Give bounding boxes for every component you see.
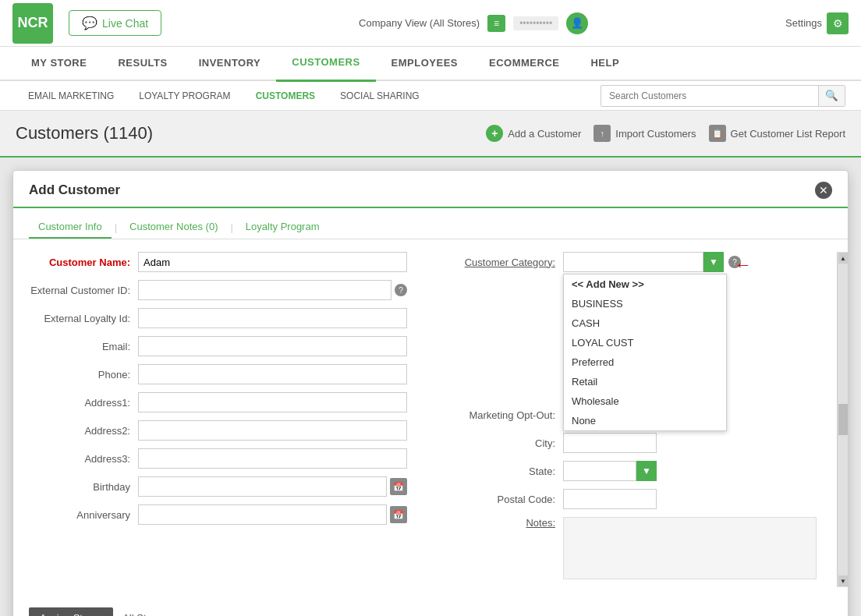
label-anniversary: Anniversary xyxy=(29,509,138,521)
input-city[interactable] xyxy=(563,433,657,453)
label-external-loyalty-id: External Loyalty Id: xyxy=(29,313,138,324)
import-customers-label: Import Customers xyxy=(615,128,696,140)
category-wrapper: ▼ ? << Add New >> BUSINESS CASH LOYAL CU… xyxy=(563,252,741,272)
add-customer-button[interactable]: + Add a Customer xyxy=(486,125,581,142)
field-address2: Address2: xyxy=(29,420,407,441)
add-customer-dialog: Add Customer ✕ Customer Info | Customer … xyxy=(12,170,849,616)
scrollbar[interactable]: ▲ ▼ xyxy=(837,252,848,587)
dropdown-item-business[interactable]: BUSINESS xyxy=(564,294,726,313)
field-state: State: ▼ xyxy=(438,461,817,481)
input-external-customer-id[interactable] xyxy=(138,280,392,300)
calendar-icon-anniversary[interactable]: 📅 xyxy=(390,506,407,523)
category-dropdown: << Add New >> BUSINESS CASH LOYAL CUST P… xyxy=(563,274,727,431)
dropdown-item-wholesale[interactable]: Wholesale xyxy=(564,391,726,411)
nav-my-store[interactable]: MY STORE xyxy=(16,46,102,80)
form-left: Customer Name: External Customer ID: ? E… xyxy=(29,252,407,587)
dropdown-item-none[interactable]: None xyxy=(564,411,726,430)
dropdown-item-preferred[interactable]: Preferred xyxy=(564,352,726,372)
label-customer-name: Customer Name: xyxy=(29,257,138,268)
label-notes: Notes: xyxy=(438,517,563,529)
get-report-label: Get Customer List Report xyxy=(731,128,845,140)
dropdown-item-cash[interactable]: CASH xyxy=(564,313,726,333)
dialog-close-button[interactable]: ✕ xyxy=(815,182,832,199)
notes-area[interactable] xyxy=(563,517,817,579)
get-report-button[interactable]: 📋 Get Customer List Report xyxy=(709,125,845,142)
input-phone[interactable] xyxy=(138,364,407,384)
tab-loyalty-program[interactable]: Loyalty Program xyxy=(236,216,329,239)
nav-results[interactable]: RESULTS xyxy=(102,46,182,80)
tab-customer-info[interactable]: Customer Info xyxy=(29,216,112,239)
sub-nav: EMAIL MARKETING LOYALTY PROGRAM CUSTOMER… xyxy=(0,81,861,111)
field-email: Email: xyxy=(29,336,407,356)
scroll-up-arrow[interactable]: ▲ xyxy=(838,253,848,264)
chat-icon: 💬 xyxy=(82,16,97,30)
category-dropdown-button[interactable]: ▼ xyxy=(703,252,724,272)
import-customers-button[interactable]: ↑ Import Customers xyxy=(593,125,696,142)
category-input-row: ▼ ? xyxy=(563,252,741,272)
form-right: Customer Category: ▼ ? << Add New >> BUS… xyxy=(438,252,832,587)
label-phone: Phone: xyxy=(29,369,138,381)
label-email: Email: xyxy=(29,341,138,352)
field-notes: Notes: xyxy=(438,517,817,579)
input-external-loyalty-id[interactable] xyxy=(138,308,407,328)
dialog-body: Customer Name: External Customer ID: ? E… xyxy=(13,239,848,600)
settings-button[interactable]: Settings ⚙ xyxy=(785,12,849,34)
label-address3: Address3: xyxy=(29,453,138,465)
label-state: State: xyxy=(438,466,563,477)
dropdown-item-retail[interactable]: Retail xyxy=(564,372,726,391)
top-bar: NCR 💬 Live Chat Company View (All Stores… xyxy=(0,0,861,47)
field-external-customer-id: External Customer ID: ? xyxy=(29,280,407,300)
settings-gear-icon: ⚙ xyxy=(827,12,849,34)
report-icon: 📋 xyxy=(709,125,726,142)
subnav-email-marketing[interactable]: EMAIL MARKETING xyxy=(16,81,126,111)
input-email[interactable] xyxy=(138,336,407,356)
field-customer-category: Customer Category: ▼ ? << Add New >> BUS… xyxy=(438,252,817,272)
nav-employees[interactable]: EMPLOYEES xyxy=(376,46,473,80)
page-header: Customers (1140) + Add a Customer ↑ Impo… xyxy=(0,111,861,158)
label-marketing-opt-out: Marketing Opt-Out: xyxy=(438,409,563,421)
search-input[interactable] xyxy=(601,85,819,107)
nav-inventory[interactable]: INVENTORY xyxy=(183,46,277,80)
company-view-text: Company View (All Stores) xyxy=(359,17,480,29)
nav-ecommerce[interactable]: ECOMMERCE xyxy=(473,46,575,80)
input-anniversary[interactable] xyxy=(138,504,387,525)
help-icon-external-id[interactable]: ? xyxy=(395,284,407,296)
live-chat-button[interactable]: 💬 Live Chat xyxy=(69,10,161,36)
calendar-icon-birthday[interactable]: 📅 xyxy=(390,478,407,495)
input-customer-category[interactable] xyxy=(563,252,703,272)
input-address2[interactable] xyxy=(138,420,407,441)
nav-customers[interactable]: CUSTOMERS xyxy=(276,45,375,82)
input-birthday[interactable] xyxy=(138,476,387,497)
search-button[interactable]: 🔍 xyxy=(819,85,845,107)
input-state[interactable] xyxy=(563,461,636,481)
dropdown-item-add-new[interactable]: << Add New >> xyxy=(564,274,726,294)
label-birthday: Birthday xyxy=(29,481,138,493)
assign-stores-button[interactable]: Assign Stores xyxy=(29,607,113,616)
label-address2: Address2: xyxy=(29,425,138,437)
assign-stores-text: All Stores xyxy=(122,612,166,616)
add-customer-label: Add a Customer xyxy=(508,128,581,140)
label-external-customer-id: External Customer ID: xyxy=(29,285,138,296)
nav-help[interactable]: HELP xyxy=(575,46,635,80)
arrow-indicator: ← xyxy=(735,255,752,275)
subnav-social-sharing[interactable]: SOCIAL SHARING xyxy=(328,81,432,111)
scroll-down-arrow[interactable]: ▼ xyxy=(838,575,848,586)
dropdown-item-loyal-cust[interactable]: LOYAL CUST xyxy=(564,333,726,352)
assign-stores-section: Assign Stores All Stores xyxy=(13,600,848,616)
label-address1: Address1: xyxy=(29,397,138,409)
label-postal-code: Postal Code: xyxy=(438,494,563,505)
input-postal-code[interactable] xyxy=(563,489,657,509)
ncr-logo: NCR xyxy=(12,3,53,44)
search-section: 🔍 xyxy=(601,85,845,107)
subnav-loyalty-program[interactable]: LOYALTY PROGRAM xyxy=(126,81,243,111)
input-address1[interactable] xyxy=(138,392,407,412)
page-title: Customers (1140) xyxy=(16,123,486,143)
state-dropdown-button[interactable]: ▼ xyxy=(636,461,657,481)
input-customer-name[interactable] xyxy=(138,252,407,272)
subnav-customers[interactable]: CUSTOMERS xyxy=(243,81,328,111)
tab-customer-notes[interactable]: Customer Notes (0) xyxy=(120,216,227,239)
field-address1: Address1: xyxy=(29,392,407,412)
scroll-thumb[interactable] xyxy=(838,404,848,435)
field-phone: Phone: xyxy=(29,364,407,384)
input-address3[interactable] xyxy=(138,448,407,469)
